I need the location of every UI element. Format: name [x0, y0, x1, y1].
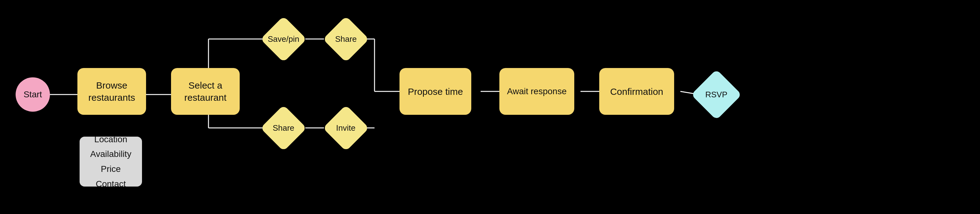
- confirm-label: Confirmation: [610, 86, 663, 98]
- browse-restaurants-node: Browse restaurants: [77, 68, 146, 115]
- filters-content: Location Availability Price Contact: [90, 132, 131, 191]
- confirmation-node: Confirmation: [599, 68, 674, 115]
- select-label: Select a restaurant: [184, 79, 226, 103]
- flowchart: Start Browse restaurants Location Availa…: [0, 0, 980, 214]
- share-bottom-node: Share: [261, 106, 305, 150]
- filters-node: Location Availability Price Contact: [80, 136, 142, 187]
- connectors: [0, 0, 980, 214]
- propose-label: Propose time: [408, 86, 463, 98]
- share-bottom-diamond: Share: [260, 105, 307, 151]
- rsvp-node: RSVP: [693, 71, 740, 118]
- share-bottom-label: Share: [272, 123, 294, 133]
- await-response-node: Await response: [500, 68, 574, 115]
- select-restaurant-node: Select a restaurant: [171, 68, 240, 115]
- invite-diamond: Invite: [323, 105, 369, 151]
- share-top-node: Share: [324, 17, 368, 61]
- filter-availability: Availability: [90, 147, 131, 162]
- savepin-label: Save/pin: [267, 34, 299, 44]
- start-node: Start: [16, 78, 50, 112]
- filter-price: Price: [90, 162, 131, 177]
- filter-location: Location: [90, 132, 131, 147]
- share-top-diamond: Share: [323, 16, 369, 62]
- await-label: Await response: [507, 86, 567, 97]
- propose-time-node: Propose time: [399, 68, 471, 115]
- invite-label: Invite: [336, 123, 355, 133]
- browse-label: Browse restaurants: [88, 79, 135, 103]
- share-top-label: Share: [335, 34, 356, 44]
- filter-contact: Contact: [90, 177, 131, 192]
- savepin-node: Save/pin: [261, 17, 305, 61]
- rsvp-label: RSVP: [705, 89, 727, 100]
- start-label: Start: [24, 90, 42, 100]
- invite-node: Invite: [324, 106, 368, 150]
- savepin-diamond: Save/pin: [260, 16, 307, 62]
- rsvp-diamond: RSVP: [691, 69, 742, 120]
